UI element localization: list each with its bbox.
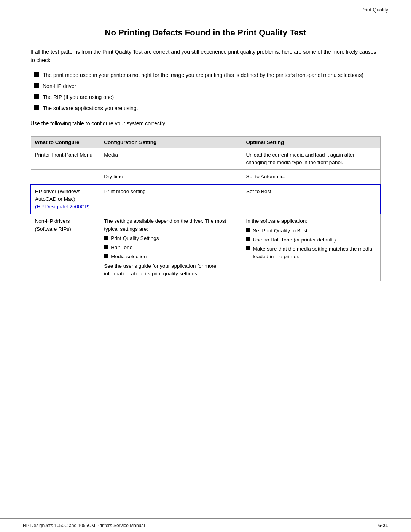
page-header: Print Quality: [0, 0, 411, 16]
table-header-row: What to Configure Configuration Setting …: [31, 136, 380, 148]
bullet-text: The software applications you are using.: [43, 104, 138, 112]
table-row: Non-HP drivers (Software RIPs) The setti…: [31, 214, 380, 281]
list-item: The RIP (If you are using one): [30, 93, 381, 101]
table-cell-link: HP driver (Windows, AutoCAD or Mac) (HP …: [31, 184, 100, 214]
table-cell: Unload the current media and load it aga…: [242, 148, 380, 170]
page-container: Print Quality No Printing Defects Found …: [0, 0, 411, 532]
list-item: Set Print Quality to Best: [246, 227, 376, 235]
config-table: What to Configure Configuration Setting …: [30, 136, 381, 281]
intro-paragraph: If all the test patterns from the Print …: [30, 48, 381, 65]
list-item: Print Quality Settings: [104, 235, 238, 242]
col2-bullet-list: Print Quality Settings Half Tone Media s…: [104, 235, 238, 261]
table-cell: Set to Best.: [242, 184, 380, 214]
list-item: Make sure that the media setting matches…: [246, 245, 376, 261]
bullet-text: Make sure that the media setting matches…: [253, 245, 376, 261]
table-row: Printer Front-Panel Menu Media Unload th…: [31, 148, 380, 170]
list-item: Half Tone: [104, 244, 238, 251]
list-item: Media selection: [104, 253, 238, 260]
small-bullet-icon: [104, 254, 108, 258]
bullet-text: The print mode used in your printer is n…: [43, 71, 363, 79]
small-bullet-icon: [246, 246, 250, 250]
bullet-text: Half Tone: [111, 244, 132, 251]
footer-left-text: HP DesignJets 1050C and 1055CM Printers …: [23, 523, 145, 528]
footer-page-number: 6-21: [378, 522, 388, 528]
table-cell: [31, 170, 100, 184]
bullet-text: The RIP (If you are using one): [43, 93, 114, 101]
bullet-icon: [34, 105, 39, 110]
col-header-optimal: Optimal Setting: [242, 136, 380, 148]
bullet-text: Print Quality Settings: [111, 235, 159, 242]
small-bullet-icon: [246, 228, 250, 232]
col3-intro: In the software application:: [246, 218, 307, 224]
list-item: The software applications you are using.: [30, 104, 381, 112]
content-area: No Printing Defects Found in the Print Q…: [0, 16, 411, 304]
main-bullet-list: The print mode used in your printer is n…: [30, 71, 381, 112]
bullet-text: Media selection: [111, 253, 147, 260]
col3-bullet-list: Set Print Quality to Best Use no Half To…: [246, 227, 376, 261]
page-footer: HP DesignJets 1050C and 1055CM Printers …: [0, 518, 411, 532]
table-row: Dry time Set to Automatic.: [31, 170, 380, 184]
designjet-link[interactable]: (HP DesignJet 2500CP): [35, 204, 90, 209]
bullet-text: Set Print Quality to Best: [253, 227, 307, 235]
table-cell-complex: In the software application: Set Print Q…: [242, 214, 380, 281]
bullet-text: Non-HP driver: [43, 82, 76, 90]
list-item: Non-HP driver: [30, 82, 381, 90]
follow-up-text: Use the following table to configure you…: [30, 119, 381, 128]
list-item: The print mode used in your printer is n…: [30, 71, 381, 79]
table-cell: Media: [100, 148, 242, 170]
table-cell: Non-HP drivers (Software RIPs): [31, 214, 100, 281]
small-bullet-icon: [246, 237, 250, 241]
small-bullet-icon: [104, 236, 108, 240]
col2-intro: The settings available depend on the dri…: [104, 218, 226, 232]
table-cell: Printer Front-Panel Menu: [31, 148, 100, 170]
page-title: No Printing Defects Found in the Print Q…: [30, 27, 381, 38]
table-cell: Print mode setting: [100, 184, 242, 214]
table-cell-complex: The settings available depend on the dri…: [100, 214, 242, 281]
table-cell: Dry time: [100, 170, 242, 184]
bullet-icon: [34, 72, 39, 77]
bullet-text: Use no Half Tone (or printer default.): [253, 236, 336, 244]
col-header-configuration: Configuration Setting: [100, 136, 242, 148]
list-item: Use no Half Tone (or printer default.): [246, 236, 376, 244]
bullet-icon: [34, 94, 39, 99]
col-header-configure: What to Configure: [31, 136, 100, 148]
header-title: Print Quality: [361, 7, 388, 13]
col2-outro: See the user’s guide for your applicatio…: [104, 263, 216, 276]
bullet-icon: [34, 83, 39, 88]
table-cell: Set to Automatic.: [242, 170, 380, 184]
driver-text: HP driver (Windows, AutoCAD or Mac): [35, 189, 82, 202]
table-row-highlighted: HP driver (Windows, AutoCAD or Mac) (HP …: [31, 184, 380, 214]
small-bullet-icon: [104, 245, 108, 249]
